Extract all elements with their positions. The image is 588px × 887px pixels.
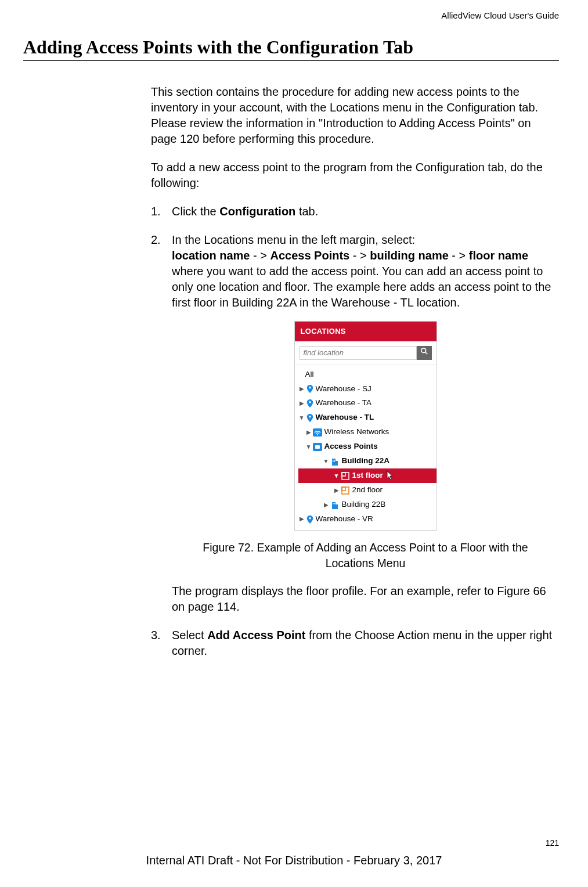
locations-search-row [295,341,437,365]
step-text: - > [250,249,270,262]
caret-down-icon: ▼ [323,456,330,467]
page-number: 121 [546,838,559,848]
procedure-list: 1. Click the Configuration tab. 2. In th… [151,204,559,659]
svg-point-0 [421,348,425,353]
tree-item-warehouse-vr[interactable]: ▶ Warehouse - VR [298,512,437,527]
tree-label: Warehouse - TA [316,396,372,410]
figure-caption: Figure 72. Example of Adding an Access P… [189,540,542,571]
document-page: AlliedView Cloud User's Guide Adding Acc… [0,0,588,887]
svg-rect-9 [332,459,336,466]
svg-rect-11 [333,460,334,461]
step-text: tab. [295,205,318,218]
floor-icon [341,472,350,480]
tree-item-2nd-floor[interactable]: ▶ 2nd floor [298,483,437,497]
svg-point-3 [309,401,311,403]
body-content: This section contains the procedure for … [151,84,559,659]
tree-label: Warehouse - VR [316,512,373,527]
svg-rect-14 [334,461,335,462]
tree-label: Building 22B [342,497,386,512]
tree-item-all[interactable]: All [298,367,437,382]
location-pin-icon [306,385,314,393]
step-text: In the Locations menu in the left margin… [172,233,415,246]
tree-item-building-22a[interactable]: ▼ Building 22A [298,454,437,468]
svg-rect-12 [334,460,335,461]
figure-locations-panel: LOCATIONS All [172,321,559,531]
svg-rect-19 [332,502,336,509]
tree-label: 2nd floor [352,483,383,497]
heading-rule [23,60,559,61]
step-bold: location name [172,249,250,262]
svg-rect-18 [342,487,345,491]
svg-point-23 [309,517,311,520]
svg-rect-13 [333,461,334,462]
tree-label: 1st floor [352,468,383,483]
caret-right-icon: ▶ [323,500,330,511]
tree-item-warehouse-tl[interactable]: ▼ Warehouse - TL [298,410,437,425]
tree-label: Warehouse - SJ [316,382,371,396]
svg-point-4 [309,416,311,418]
caret-right-icon: ▶ [298,398,305,409]
wifi-icon [313,428,322,437]
find-location-input[interactable] [300,346,417,360]
caret-down-icon: ▼ [305,442,312,453]
tree-label: All [305,367,314,382]
after-figure-paragraph: The program displays the floor profile. … [172,583,559,615]
caret-right-icon: ▶ [298,514,305,525]
tree-label: Access Points [324,439,378,454]
locations-panel: LOCATIONS All [294,321,437,531]
step-bold: Add Access Point [207,629,305,641]
step-number: 1. [151,204,161,219]
lead-paragraph: To add a new access point to the program… [151,160,559,191]
intro-paragraph: This section contains the procedure for … [151,84,559,147]
step-bold: building name [370,249,449,262]
tree-item-access-points[interactable]: ▼ Access Points [298,439,437,454]
step-bold: Configuration [219,205,295,218]
section-heading: Adding Access Points with the Configurat… [23,37,559,58]
svg-rect-20 [336,504,338,509]
step-1: 1. Click the Configuration tab. [151,204,559,219]
tree-item-1st-floor[interactable]: ▼ 1st floor [298,468,437,483]
locations-tree: All ▶ Warehouse - SJ ▶ Warehouse - TA [295,365,437,531]
step-text: Select [172,629,207,641]
svg-line-1 [425,352,427,355]
tree-label: Building 22A [342,454,390,468]
caret-right-icon: ▶ [305,427,312,438]
step-text: - > [449,249,469,262]
footer-text: Internal ATI Draft - Not For Distributio… [0,854,588,867]
search-icon [420,347,428,358]
tree-item-wireless-networks[interactable]: ▶ Wireless Networks [298,425,437,439]
tree-item-warehouse-ta[interactable]: ▶ Warehouse - TA [298,396,437,410]
step-text: where you want to add the access point. … [172,265,551,309]
tree-item-building-22b[interactable]: ▶ Building 22B [298,497,437,512]
step-text: Click the [172,205,219,218]
step-3: 3. Select Add Access Point from the Choo… [151,628,559,659]
svg-rect-21 [333,503,334,504]
step-text: - > [349,249,370,262]
svg-point-2 [309,387,311,389]
svg-rect-22 [334,503,335,504]
access-point-icon [313,443,322,451]
caret-down-icon: ▼ [298,413,305,424]
location-pin-icon [306,399,314,408]
step-2: 2. In the Locations menu in the left mar… [151,232,559,615]
svg-rect-8 [315,445,320,449]
floor-icon [341,486,350,495]
building-icon [330,457,340,466]
step-bold: floor name [469,249,528,262]
step-number: 2. [151,232,161,248]
cursor-icon [385,471,395,481]
svg-rect-10 [336,461,338,466]
building-icon [330,501,340,509]
step-number: 3. [151,628,161,643]
caret-right-icon: ▶ [298,384,305,395]
location-pin-icon [306,414,314,422]
location-pin-icon [306,515,314,524]
tree-label: Wireless Networks [324,425,389,439]
search-button[interactable] [417,346,432,360]
svg-rect-16 [342,473,345,476]
tree-item-warehouse-sj[interactable]: ▶ Warehouse - SJ [298,382,437,396]
tree-label: Warehouse - TL [316,410,374,425]
locations-header: LOCATIONS [295,322,437,341]
step-bold: Access Points [270,249,350,262]
header-doc-title: AlliedView Cloud User's Guide [23,10,559,20]
